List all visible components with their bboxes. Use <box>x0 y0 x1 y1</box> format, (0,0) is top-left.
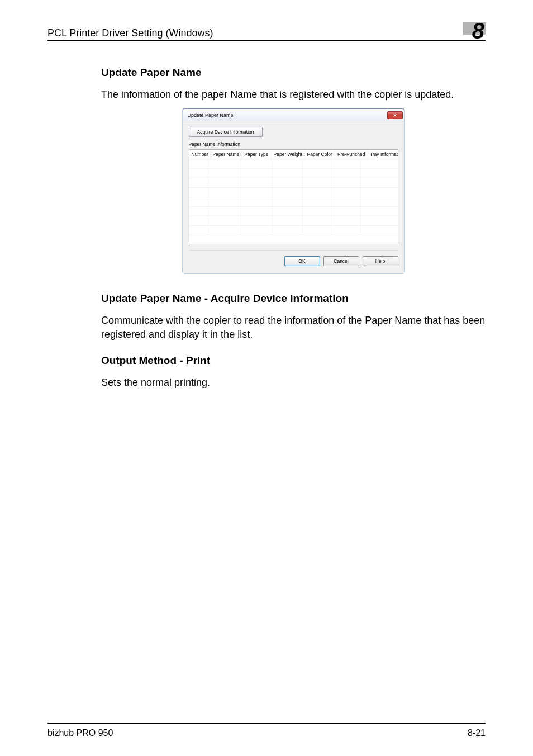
table-row <box>189 207 398 216</box>
header-title: PCL Printer Driver Setting (Windows) <box>47 27 213 39</box>
section-title: Output Method - Print <box>101 355 486 367</box>
table-row <box>189 226 398 235</box>
col-paper-weight[interactable]: Paper Weight <box>272 150 305 159</box>
close-button[interactable] <box>387 111 403 119</box>
page-header: PCL Printer Driver Setting (Windows) 8 <box>47 17 486 41</box>
col-paper-type[interactable]: Paper Type <box>242 150 271 159</box>
chapter-number: 8 <box>472 18 484 44</box>
section-acquire-device-info: Update Paper Name - Acquire Device Infor… <box>101 292 486 342</box>
col-paper-name[interactable]: Paper Name <box>211 150 242 159</box>
footer-rule <box>47 723 486 724</box>
dialog-body: Acquire Device Information Paper Name In… <box>183 121 404 273</box>
update-paper-name-dialog: Update Paper Name Acquire Device Informa… <box>183 108 404 273</box>
col-number[interactable]: Number <box>189 150 211 159</box>
section-title: Update Paper Name <box>101 67 486 79</box>
table-row <box>189 159 398 169</box>
dialog-title: Update Paper Name <box>188 112 234 118</box>
section-output-method-print: Output Method - Print Sets the normal pr… <box>101 355 486 390</box>
dialog-screenshot: Update Paper Name Acquire Device Informa… <box>101 108 486 273</box>
cancel-button[interactable]: Cancel <box>323 256 359 266</box>
section-body: Sets the normal printing. <box>101 376 486 390</box>
table-header: Number Paper Name Paper Type Paper Weigh… <box>189 150 398 159</box>
col-pre-punched[interactable]: Pre-Punched <box>335 150 368 159</box>
chapter-indicator: 8 <box>455 17 486 39</box>
table-body <box>189 159 398 243</box>
footer-page-number: 8-21 <box>468 728 486 738</box>
help-button[interactable]: Help <box>363 256 398 266</box>
dialog-footer: OK Cancel Help <box>189 250 398 266</box>
footer-product: bizhub PRO 950 <box>47 728 113 738</box>
paper-name-table[interactable]: Number Paper Name Paper Type Paper Weigh… <box>189 149 398 244</box>
table-row <box>189 216 398 226</box>
section-body: Communicate with the copier to read the … <box>101 314 486 342</box>
table-row <box>189 188 398 197</box>
dialog-titlebar: Update Paper Name <box>183 109 404 121</box>
close-icon <box>393 113 397 117</box>
section-body: The information of the paper Name that i… <box>101 88 486 102</box>
col-paper-color[interactable]: Paper Color <box>305 150 335 159</box>
section-title: Update Paper Name - Acquire Device Infor… <box>101 292 486 305</box>
page-footer: bizhub PRO 950 8-21 <box>47 728 486 738</box>
table-row <box>189 197 398 207</box>
section-update-paper-name: Update Paper Name The information of the… <box>101 67 486 273</box>
paper-name-info-label: Paper Name Information <box>189 141 398 147</box>
acquire-device-info-button[interactable]: Acquire Device Information <box>189 127 263 137</box>
table-row <box>189 178 398 188</box>
table-row <box>189 169 398 178</box>
ok-button[interactable]: OK <box>284 256 320 266</box>
col-tray-information[interactable]: Tray Information <box>368 150 398 159</box>
